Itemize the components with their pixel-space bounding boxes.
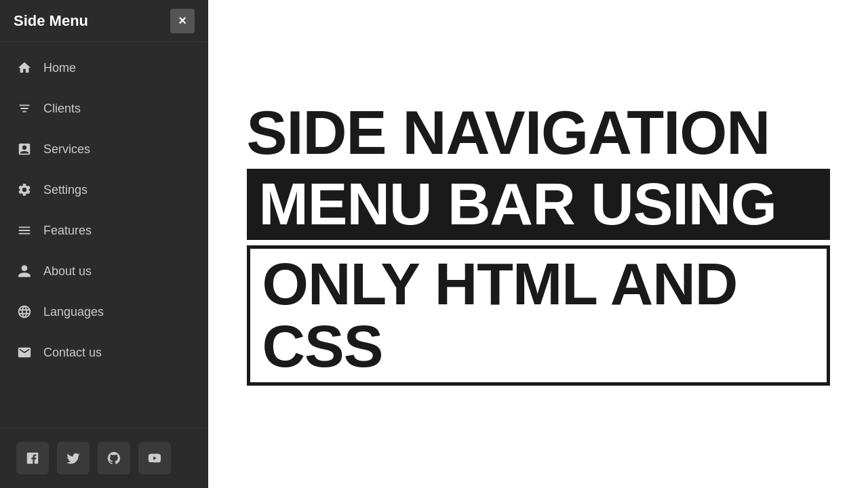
github-button[interactable] bbox=[98, 442, 130, 474]
hero-line2: MENU BAR USING bbox=[247, 169, 830, 239]
sidebar-item-clients[interactable]: Clients bbox=[0, 88, 208, 129]
sidebar-item-label: Languages bbox=[43, 305, 104, 319]
sidebar-header: Side Menu × bbox=[0, 0, 208, 42]
hero-text: SIDE NAVIGATION MENU BAR USING ONLY HTML… bbox=[247, 102, 830, 385]
youtube-button[interactable] bbox=[138, 442, 171, 474]
social-bar bbox=[0, 428, 208, 488]
hero-line1: SIDE NAVIGATION bbox=[247, 102, 830, 163]
sidebar-item-label: Clients bbox=[43, 102, 81, 116]
contact-icon bbox=[16, 344, 33, 361]
languages-icon bbox=[16, 304, 33, 320]
twitter-button[interactable] bbox=[57, 442, 90, 474]
sidebar-title: Side Menu bbox=[14, 12, 88, 30]
sidebar-item-label: Services bbox=[43, 142, 90, 157]
services-icon bbox=[16, 141, 33, 157]
sidebar-item-label: Home bbox=[43, 61, 76, 75]
home-icon bbox=[16, 60, 33, 76]
sidebar-item-contact[interactable]: Contact us bbox=[0, 332, 208, 373]
sidebar-item-label: Contact us bbox=[43, 346, 102, 360]
sidebar: Side Menu × Home Clients bbox=[0, 0, 208, 488]
clients-icon bbox=[16, 100, 33, 117]
sidebar-item-about[interactable]: About us bbox=[0, 251, 208, 291]
about-icon bbox=[16, 263, 33, 279]
sidebar-item-languages[interactable]: Languages bbox=[0, 291, 208, 332]
sidebar-item-services[interactable]: Services bbox=[0, 129, 208, 169]
close-button[interactable]: × bbox=[170, 9, 195, 33]
sidebar-item-features[interactable]: Features bbox=[0, 210, 208, 251]
sidebar-item-label: About us bbox=[43, 264, 92, 279]
facebook-button[interactable] bbox=[16, 442, 49, 474]
sidebar-item-label: Settings bbox=[43, 183, 87, 197]
sidebar-item-label: Features bbox=[43, 224, 92, 238]
sidebar-item-home[interactable]: Home bbox=[0, 47, 208, 88]
hero-line3: ONLY HTML AND CSS bbox=[247, 245, 830, 386]
main-content: SIDE NAVIGATION MENU BAR USING ONLY HTML… bbox=[208, 0, 868, 488]
settings-icon bbox=[16, 182, 33, 198]
nav-list: Home Clients Services bbox=[0, 42, 208, 428]
sidebar-item-settings[interactable]: Settings bbox=[0, 169, 208, 210]
features-icon bbox=[16, 222, 33, 239]
